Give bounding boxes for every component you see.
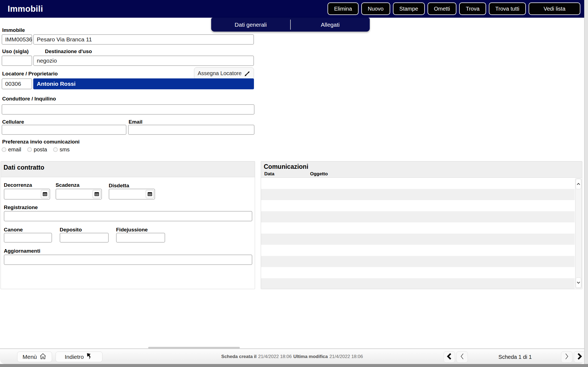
immobili-window: Immobili Elimina Nuovo Stampe Ometti Tro…: [0, 0, 588, 367]
dati-contratto-panel: Dati contratto Decorrenza Scadenza Disde…: [1, 161, 255, 289]
column-header-oggetto: Oggetto: [310, 171, 328, 177]
canone-label: Canone: [4, 227, 23, 233]
last-record-button[interactable]: [574, 351, 585, 363]
scroll-down-button[interactable]: [576, 277, 581, 288]
first-record-icon: [446, 353, 452, 361]
radio-sms-label: sms: [60, 146, 70, 153]
table-row[interactable]: [261, 267, 575, 278]
indietro-button-label: Indietro: [65, 354, 84, 360]
table-row[interactable]: [261, 200, 575, 211]
radio-sms-circle[interactable]: [53, 147, 58, 152]
immobile-label: Immobile: [2, 27, 25, 33]
locatore-code-field[interactable]: 00306: [2, 78, 32, 89]
locatore-label: Locatore / Proprietario: [2, 71, 58, 77]
table-row[interactable]: [261, 211, 575, 222]
scroll-down-icon: [577, 280, 580, 285]
table-row[interactable]: [261, 245, 575, 256]
scroll-up-button[interactable]: [576, 179, 581, 189]
radio-posta-circle[interactable]: [27, 147, 32, 152]
radio-email-circle[interactable]: [2, 147, 6, 152]
menu-button[interactable]: Menù: [17, 351, 52, 362]
nuovo-button[interactable]: Nuovo: [361, 2, 390, 15]
calendar-icon[interactable]: [41, 190, 49, 198]
immobile-code-field[interactable]: IMM00536: [2, 34, 32, 45]
comunicazioni-rows: [261, 178, 575, 289]
elimina-button[interactable]: Elimina: [328, 2, 359, 15]
destinazione-label: Destinazione d'uso: [45, 48, 92, 54]
email-label: Email: [129, 119, 143, 125]
decorrenza-label: Decorrenza: [4, 182, 32, 188]
header-bar: Immobili Elimina Nuovo Stampe Ometti Tro…: [0, 0, 584, 18]
back-arrow-icon: [86, 353, 93, 361]
indietro-button[interactable]: Indietro: [56, 351, 102, 362]
calendar-icon[interactable]: [146, 190, 154, 198]
record-navigation: Scheda 1 di 1: [444, 351, 585, 363]
disdetta-field[interactable]: [109, 189, 155, 200]
comunicazioni-scrollbar[interactable]: [575, 178, 582, 288]
radio-email[interactable]: email: [2, 146, 21, 153]
uso-label: Uso (sigla): [2, 48, 29, 54]
table-row[interactable]: [261, 189, 575, 200]
toolbar: Elimina Nuovo Stampe Ometti Trova Trova …: [328, 2, 580, 15]
immobile-name-field[interactable]: Pesaro Via Branca 11: [33, 34, 254, 45]
canone-field[interactable]: [4, 233, 52, 243]
stampe-button[interactable]: Stampe: [393, 2, 425, 15]
tab-allegati[interactable]: Allegati: [291, 18, 370, 32]
first-record-button[interactable]: [444, 351, 455, 363]
table-row[interactable]: [261, 234, 575, 245]
decorrenza-field[interactable]: [4, 189, 50, 200]
next-record-icon: [564, 353, 570, 361]
registrazione-field[interactable]: [4, 211, 252, 221]
radio-email-label: email: [8, 146, 21, 153]
conduttore-label: Conduttore / Inquilino: [2, 96, 56, 102]
tab-bar: Dati generali Allegati: [211, 18, 370, 32]
deposito-field[interactable]: [60, 233, 109, 243]
email-field[interactable]: [128, 125, 254, 135]
created-value: 21/4/2022 18:06: [258, 354, 292, 359]
uso-field[interactable]: [2, 56, 32, 66]
locatore-name-field[interactable]: Antonio Rossi: [33, 78, 254, 89]
home-icon: [39, 353, 47, 361]
modified-value: 21/4/2022 18:06: [329, 354, 363, 359]
table-row[interactable]: [261, 178, 575, 189]
record-indicator: Scheda 1 di 1: [469, 354, 561, 360]
cellulare-label: Cellulare: [2, 119, 24, 125]
table-row[interactable]: [261, 222, 575, 234]
table-row[interactable]: [261, 278, 575, 289]
preferenza-radio-group: email posta sms: [2, 146, 69, 153]
assegna-locatore-label: Assegna Locatore: [198, 70, 241, 77]
created-label: Scheda creata il: [221, 354, 256, 359]
window-bottom-edge: [0, 364, 588, 367]
vedi-lista-button[interactable]: Vedi lista: [529, 2, 580, 15]
ometti-button[interactable]: Ometti: [428, 2, 457, 15]
status-footer: Menù Indietro Scheda creata il 21/4/2022…: [0, 349, 584, 364]
menu-button-label: Menù: [23, 354, 37, 360]
column-header-data: Data: [264, 171, 274, 177]
aggiornamenti-label: Aggiornamenti: [4, 248, 40, 254]
fidejussione-field[interactable]: [116, 233, 165, 243]
next-record-button[interactable]: [561, 351, 572, 363]
table-row[interactable]: [261, 256, 575, 267]
radio-posta[interactable]: posta: [27, 146, 47, 153]
calendar-icon[interactable]: [93, 190, 101, 198]
scadenza-field[interactable]: [56, 189, 102, 200]
deposito-label: Deposito: [60, 227, 82, 233]
page-title: Immobili: [8, 4, 43, 14]
trova-button[interactable]: Trova: [459, 2, 486, 15]
tab-dati-generali[interactable]: Dati generali: [211, 18, 290, 32]
window-vertical-scrollbar[interactable]: [584, 0, 588, 364]
horizontal-scrollbar-thumb[interactable]: [148, 347, 240, 349]
radio-posta-label: posta: [34, 146, 47, 153]
previous-record-button[interactable]: [456, 351, 468, 363]
dati-contratto-title: Dati contratto: [4, 164, 44, 171]
radio-sms[interactable]: sms: [53, 146, 70, 153]
cellulare-field[interactable]: [2, 125, 126, 135]
comunicazioni-title: Comunicazioni: [264, 163, 308, 170]
conduttore-field[interactable]: [2, 104, 254, 115]
assegna-locatore-button[interactable]: Assegna Locatore: [194, 67, 254, 79]
trova-tutti-button[interactable]: Trova tutti: [489, 2, 526, 15]
aggiornamenti-field[interactable]: [4, 255, 252, 265]
disdetta-label: Disdetta: [109, 183, 129, 189]
expand-icon: [244, 68, 250, 78]
destinazione-field[interactable]: negozio: [33, 56, 254, 66]
